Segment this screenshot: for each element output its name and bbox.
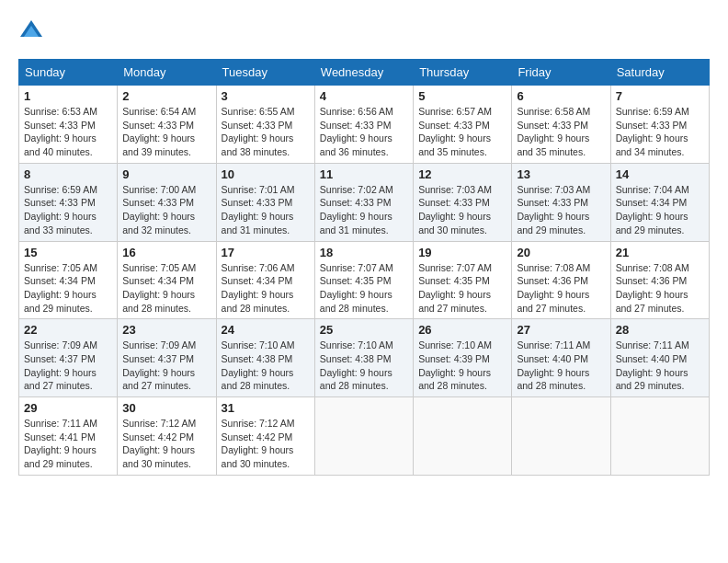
day-number: 4 [320,89,408,103]
calendar-day-cell: 5Sunrise: 6:57 AMSunset: 4:33 PMDaylight… [414,86,512,164]
calendar-day-cell: 8Sunrise: 6:59 AMSunset: 4:33 PMDaylight… [19,163,118,241]
day-number: 2 [122,89,210,103]
day-info: Sunrise: 7:09 AMSunset: 4:37 PMDaylight:… [122,339,210,393]
day-number: 11 [320,167,408,181]
logo [18,18,48,44]
day-number: 19 [418,246,506,259]
calendar-day-cell [414,397,512,476]
calendar-day-cell: 20Sunrise: 7:08 AMSunset: 4:36 PMDayligh… [512,241,610,319]
day-number: 27 [517,323,605,337]
day-info: Sunrise: 7:03 AMSunset: 4:33 PMDaylight:… [418,183,506,237]
day-number: 20 [517,246,605,259]
day-info: Sunrise: 7:05 AMSunset: 4:34 PMDaylight:… [122,261,210,316]
day-info: Sunrise: 6:57 AMSunset: 4:33 PMDaylight:… [418,105,506,159]
day-info: Sunrise: 7:10 AMSunset: 4:39 PMDaylight:… [418,339,506,393]
calendar-day-cell: 21Sunrise: 7:08 AMSunset: 4:36 PMDayligh… [610,241,709,319]
calendar-day-cell: 25Sunrise: 7:10 AMSunset: 4:38 PMDayligh… [314,319,413,397]
day-info: Sunrise: 7:11 AMSunset: 4:40 PMDaylight:… [517,339,605,393]
day-number: 10 [222,167,310,181]
calendar-week-row: 8Sunrise: 6:59 AMSunset: 4:33 PMDaylight… [19,163,710,241]
day-info: Sunrise: 6:59 AMSunset: 4:33 PMDaylight:… [616,105,704,159]
calendar-table: SundayMondayTuesdayWednesdayThursdayFrid… [18,59,710,476]
day-number: 17 [222,246,310,259]
calendar-day-cell: 11Sunrise: 7:02 AMSunset: 4:33 PMDayligh… [314,163,413,241]
calendar-week-row: 22Sunrise: 7:09 AMSunset: 4:37 PMDayligh… [19,319,710,397]
day-info: Sunrise: 6:56 AMSunset: 4:33 PMDaylight:… [320,105,408,159]
day-info: Sunrise: 7:07 AMSunset: 4:35 PMDaylight:… [320,261,408,316]
day-info: Sunrise: 7:12 AMSunset: 4:42 PMDaylight:… [222,417,310,471]
day-number: 24 [222,323,310,337]
day-info: Sunrise: 7:05 AMSunset: 4:34 PMDaylight:… [24,261,112,316]
calendar-day-cell: 28Sunrise: 7:11 AMSunset: 4:40 PMDayligh… [610,319,709,397]
calendar-day-cell: 13Sunrise: 7:03 AMSunset: 4:33 PMDayligh… [512,163,610,241]
day-number: 3 [222,89,310,103]
calendar-day-cell: 6Sunrise: 6:58 AMSunset: 4:33 PMDaylight… [512,86,610,164]
calendar-day-cell [610,397,709,476]
day-number: 30 [122,401,210,415]
calendar-day-cell: 16Sunrise: 7:05 AMSunset: 4:34 PMDayligh… [118,241,216,319]
day-number: 31 [222,401,310,415]
day-number: 16 [122,246,210,259]
calendar-day-cell: 10Sunrise: 7:01 AMSunset: 4:33 PMDayligh… [216,163,314,241]
day-of-week-header: Tuesday [216,60,314,86]
day-info: Sunrise: 7:09 AMSunset: 4:37 PMDaylight:… [24,339,112,393]
day-info: Sunrise: 7:10 AMSunset: 4:38 PMDaylight:… [222,339,310,393]
day-number: 22 [24,323,112,337]
day-info: Sunrise: 6:58 AMSunset: 4:33 PMDaylight:… [517,105,605,159]
day-number: 26 [418,323,506,337]
calendar-day-cell [512,397,610,476]
day-info: Sunrise: 7:12 AMSunset: 4:42 PMDaylight:… [122,417,210,471]
day-number: 13 [517,167,605,181]
day-info: Sunrise: 7:01 AMSunset: 4:33 PMDaylight:… [222,183,310,237]
day-number: 29 [24,401,112,415]
day-number: 8 [24,167,112,181]
calendar-week-row: 29Sunrise: 7:11 AMSunset: 4:41 PMDayligh… [19,397,710,476]
day-number: 23 [122,323,210,337]
day-info: Sunrise: 7:11 AMSunset: 4:40 PMDaylight:… [616,339,704,393]
day-of-week-header: Wednesday [314,60,413,86]
calendar-day-cell: 4Sunrise: 6:56 AMSunset: 4:33 PMDaylight… [314,86,413,164]
calendar-day-cell: 18Sunrise: 7:07 AMSunset: 4:35 PMDayligh… [314,241,413,319]
day-info: Sunrise: 7:00 AMSunset: 4:33 PMDaylight:… [122,183,210,237]
day-info: Sunrise: 7:03 AMSunset: 4:33 PMDaylight:… [517,183,605,237]
day-of-week-header: Thursday [414,60,512,86]
calendar-day-cell: 15Sunrise: 7:05 AMSunset: 4:34 PMDayligh… [19,241,118,319]
day-info: Sunrise: 7:08 AMSunset: 4:36 PMDaylight:… [517,261,605,316]
calendar-day-cell: 19Sunrise: 7:07 AMSunset: 4:35 PMDayligh… [414,241,512,319]
day-number: 14 [616,167,704,181]
day-of-week-header: Monday [118,60,216,86]
calendar-header-row: SundayMondayTuesdayWednesdayThursdayFrid… [19,60,710,86]
calendar-day-cell: 22Sunrise: 7:09 AMSunset: 4:37 PMDayligh… [19,319,118,397]
calendar-day-cell: 23Sunrise: 7:09 AMSunset: 4:37 PMDayligh… [118,319,216,397]
day-info: Sunrise: 7:08 AMSunset: 4:36 PMDaylight:… [616,261,704,316]
calendar-day-cell: 14Sunrise: 7:04 AMSunset: 4:34 PMDayligh… [610,163,709,241]
day-info: Sunrise: 6:59 AMSunset: 4:33 PMDaylight:… [24,183,112,237]
calendar-day-cell: 12Sunrise: 7:03 AMSunset: 4:33 PMDayligh… [414,163,512,241]
day-number: 9 [122,167,210,181]
day-number: 18 [320,246,408,259]
page-header [18,18,710,44]
logo-icon [18,18,44,44]
day-info: Sunrise: 7:04 AMSunset: 4:34 PMDaylight:… [616,183,704,237]
calendar-day-cell: 9Sunrise: 7:00 AMSunset: 4:33 PMDaylight… [118,163,216,241]
calendar-day-cell: 2Sunrise: 6:54 AMSunset: 4:33 PMDaylight… [118,86,216,164]
day-number: 28 [616,323,704,337]
day-of-week-header: Sunday [19,60,118,86]
calendar-day-cell: 1Sunrise: 6:53 AMSunset: 4:33 PMDaylight… [19,86,118,164]
day-info: Sunrise: 6:54 AMSunset: 4:33 PMDaylight:… [122,105,210,159]
day-number: 7 [616,89,704,103]
day-of-week-header: Friday [512,60,610,86]
calendar-body: 1Sunrise: 6:53 AMSunset: 4:33 PMDaylight… [19,86,710,476]
day-of-week-header: Saturday [610,60,709,86]
calendar-day-cell: 31Sunrise: 7:12 AMSunset: 4:42 PMDayligh… [216,397,314,476]
calendar-day-cell: 26Sunrise: 7:10 AMSunset: 4:39 PMDayligh… [414,319,512,397]
day-number: 21 [616,246,704,259]
calendar-day-cell: 29Sunrise: 7:11 AMSunset: 4:41 PMDayligh… [19,397,118,476]
day-number: 5 [418,89,506,103]
calendar-day-cell: 3Sunrise: 6:55 AMSunset: 4:33 PMDaylight… [216,86,314,164]
day-number: 25 [320,323,408,337]
calendar-day-cell [314,397,413,476]
day-info: Sunrise: 6:55 AMSunset: 4:33 PMDaylight:… [222,105,310,159]
calendar-day-cell: 30Sunrise: 7:12 AMSunset: 4:42 PMDayligh… [118,397,216,476]
day-info: Sunrise: 7:10 AMSunset: 4:38 PMDaylight:… [320,339,408,393]
